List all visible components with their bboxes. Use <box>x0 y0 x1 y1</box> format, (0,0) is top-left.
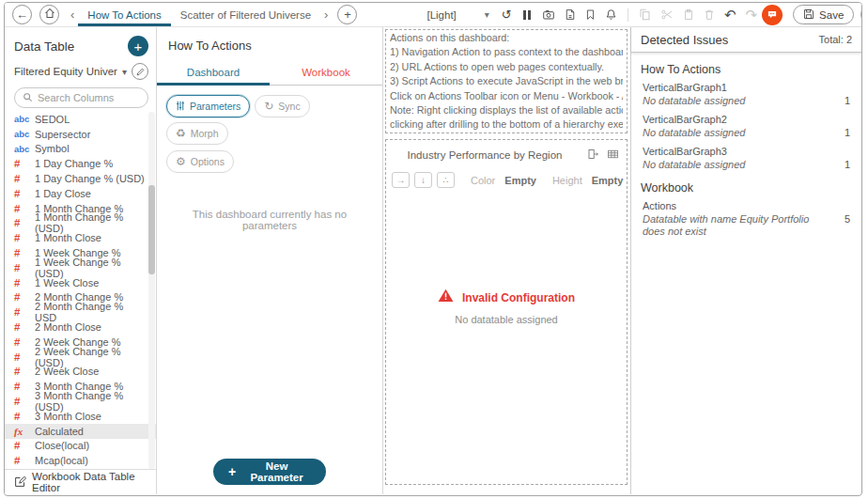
column-type-icon: # <box>14 232 35 243</box>
column-list-item[interactable]: # 1 Day Close <box>5 186 156 201</box>
note-line: Click on Actions Toolbar icon or Menu - … <box>390 89 623 103</box>
column-list-item[interactable]: # 1 Month Change % (USD) <box>5 216 156 231</box>
workbook-data-table-editor-button[interactable]: Workbook Data Table Editor <box>5 469 156 494</box>
feedback-chat-button[interactable] <box>762 5 783 25</box>
issue-item[interactable]: VerticalBarGraph1 No datatable assigned … <box>641 79 852 111</box>
prev-dashboard-chevron[interactable]: ‹ <box>70 8 74 22</box>
morph-recycle-icon: ♻ <box>176 127 186 140</box>
scrollbar-thumb[interactable] <box>148 185 155 274</box>
column-list-item[interactable]: # Mcap(local) <box>5 453 156 468</box>
morph-button[interactable]: ♻ Morph <box>166 122 228 145</box>
home-button[interactable] <box>39 5 59 24</box>
issue-item[interactable]: VerticalBarGraph2 No datatable assigned … <box>641 111 852 143</box>
sync-button[interactable]: ↻ Sync <box>255 95 309 117</box>
column-type-icon: # <box>14 203 35 214</box>
add-navigation-action-button[interactable]: → <box>392 172 410 188</box>
back-button[interactable]: ← <box>12 5 32 24</box>
detected-issues-panel: Detected Issues Total: 2 How To Actions … <box>630 27 861 494</box>
save-button[interactable]: Save <box>793 5 854 24</box>
column-type-icon: # <box>14 247 35 258</box>
dashboard-tab-how-to-actions[interactable]: How To Actions <box>78 3 170 26</box>
new-parameter-button[interactable]: + New Parameter <box>213 459 326 485</box>
issues-list: VerticalBarGraph1 No datatable assigned … <box>641 79 852 175</box>
column-name: Symbol <box>35 143 70 154</box>
top-toolbar: ← ‹ How To Actions Scatter of Filtered U… <box>5 3 861 27</box>
issue-count: 5 <box>845 213 850 225</box>
height-value[interactable]: Empty <box>592 175 624 186</box>
pause-icon[interactable] <box>522 10 532 20</box>
export-data-icon[interactable] <box>587 148 599 160</box>
refresh-button[interactable]: ↺ <box>502 8 512 22</box>
data-table-selector[interactable]: Filtered Equity Universe <box>14 66 117 77</box>
column-list-item[interactable]: # 3 Month Change % (USD) <box>5 394 156 409</box>
column-type-icon: # <box>14 291 35 303</box>
button-label: Options <box>191 156 225 167</box>
search-columns-input[interactable] <box>38 92 132 103</box>
plus-icon: + <box>228 464 236 479</box>
pdf-export-icon[interactable] <box>565 8 576 21</box>
dashboard-tab-scatter[interactable]: Scatter of Filtered Universe <box>171 3 320 26</box>
height-label: Height <box>552 175 582 186</box>
column-list-item[interactable]: # 1 Day Change % <box>5 156 156 171</box>
view-button[interactable]: View <box>860 5 862 24</box>
sync-icon: ↻ <box>264 100 273 113</box>
toolbar-divider <box>628 8 628 22</box>
column-list-item[interactable]: fx Calculated <box>5 424 156 439</box>
undo-icon[interactable]: ↶ <box>724 7 736 23</box>
column-type-icon: # <box>14 321 35 333</box>
visualization-part[interactable]: Industry Performance by Region → ↓ ∴ C <box>385 139 628 485</box>
theme-selector[interactable]: [Light] <box>426 9 456 21</box>
save-label: Save <box>819 9 844 21</box>
chevron-down-icon[interactable]: ▾ <box>122 67 127 77</box>
color-label: Color <box>471 175 495 186</box>
issue-item[interactable]: VerticalBarGraph3 No datatable assigned … <box>641 143 852 175</box>
options-button[interactable]: ⚙ Options <box>166 150 234 173</box>
column-type-icon: # <box>14 277 35 288</box>
cut-icon[interactable] <box>660 8 674 21</box>
tab-workbook[interactable]: Workbook <box>270 61 382 85</box>
issue-message: No datatable assigned <box>643 95 831 107</box>
column-list-item[interactable]: # 1 Day Change % (USD) <box>5 171 156 186</box>
bookmark-icon[interactable] <box>585 8 596 21</box>
redo-icon[interactable]: ↷ <box>745 7 757 23</box>
column-name: 2 Week Change % (USD) <box>35 346 147 368</box>
paste-icon[interactable] <box>683 8 694 21</box>
column-type-icon: abc <box>14 144 35 154</box>
add-drilldown-action-button[interactable]: ↓ <box>414 172 432 188</box>
column-list-item[interactable]: abc Supersector <box>5 127 156 142</box>
snapshot-icon[interactable] <box>542 8 555 21</box>
add-scatter-action-button[interactable]: ∴ <box>437 172 455 188</box>
edit-data-table-button[interactable] <box>132 63 148 80</box>
column-list-item[interactable]: # Close(local) <box>5 439 156 454</box>
column-list-item[interactable]: # 1 Week Change % (USD) <box>5 260 156 275</box>
chevron-down-icon[interactable]: ▾ <box>485 9 489 20</box>
issues-section-title: Workbook <box>641 181 852 195</box>
column-name: 1 Week Close <box>35 277 99 288</box>
issue-message: No datatable assigned <box>643 159 831 171</box>
column-list-item[interactable]: abc SEDOL <box>5 112 156 127</box>
table-grid-icon[interactable] <box>607 148 619 160</box>
copy-icon[interactable] <box>639 8 651 21</box>
issue-item[interactable]: Actions Datatable with name Equity Portf… <box>641 197 852 242</box>
home-icon <box>44 8 55 22</box>
scrollbar-track[interactable] <box>148 112 155 469</box>
color-value[interactable]: Empty <box>504 175 536 186</box>
data-table-panel: Data Table + Filtered Equity Universe ▾ <box>5 27 157 494</box>
column-list-item[interactable]: abc Symbol <box>5 142 156 157</box>
text-notes-part[interactable]: Actions on this dashboard: 1) Navigation… <box>385 29 628 133</box>
notifications-bell-icon[interactable] <box>605 8 617 21</box>
tab-dashboard[interactable]: Dashboard <box>157 61 270 85</box>
edit-square-icon <box>14 476 26 490</box>
column-list-item[interactable]: # 2 Week Change % (USD) <box>5 350 156 365</box>
column-name: 2 Month Close <box>35 321 101 333</box>
dashboard-canvas: Actions on this dashboard: 1) Navigation… <box>383 27 630 494</box>
column-list-item[interactable]: # 2 Month Change % USD <box>5 304 156 320</box>
parameters-button[interactable]: Parameters <box>166 95 250 117</box>
dashboard-title: How To Actions <box>157 27 382 53</box>
next-dashboard-chevron[interactable]: › <box>324 8 328 22</box>
column-type-icon: # <box>14 366 35 377</box>
add-dashboard-button[interactable]: + <box>337 5 357 24</box>
column-name: 1 Day Change % (USD) <box>35 173 145 184</box>
add-data-table-button[interactable]: + <box>128 36 148 56</box>
delete-trash-icon[interactable] <box>704 8 715 21</box>
